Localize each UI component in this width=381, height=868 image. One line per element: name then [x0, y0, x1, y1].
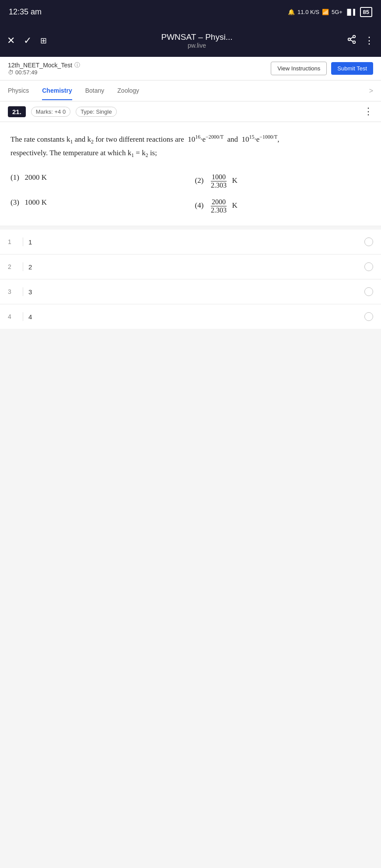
status-time: 12:35 am	[9, 7, 42, 17]
option-2-fraction: 1000 2.303	[210, 173, 227, 189]
radio-2[interactable]	[364, 262, 373, 271]
test-timer: ⏱ 00:57:49	[8, 69, 80, 76]
type-badge: Type: Single	[76, 107, 117, 117]
info-icon: ⓘ	[74, 61, 80, 69]
answer-options: 1 1 2 2 3 3 4 4	[0, 230, 381, 329]
answer-option-row-1[interactable]: 1 1	[0, 230, 381, 254]
bottom-area	[0, 329, 381, 722]
option-4-denominator: 2.303	[210, 206, 227, 214]
option-2-numerator: 1000	[211, 173, 227, 181]
question-header: 21. Marks: +4 0 Type: Single ⋮	[0, 101, 381, 122]
option-2: (2) 1000 2.303 K	[195, 169, 371, 194]
radio-3[interactable]	[364, 287, 373, 296]
subject-tabs: Physics Chemistry Botany Zoology >	[0, 80, 381, 101]
answer-option-row-3[interactable]: 3 3	[0, 279, 381, 304]
test-name: 12th_NEET_Mock_Test ⓘ	[8, 61, 80, 69]
option-3: (3) 1000 K	[10, 194, 186, 219]
svg-line-4	[350, 37, 353, 39]
option-3-value: 1000 K	[25, 198, 47, 206]
question-number: 21.	[8, 106, 26, 117]
svg-point-2	[353, 41, 356, 44]
signal-bars-icon: ▐▌▌	[345, 9, 357, 15]
view-instructions-button[interactable]: View Instructions	[271, 62, 327, 75]
nav-bar: ✕ ✓ ⊞ PWNSAT – Physi... pw.live ⋮	[0, 24, 381, 57]
option-4-label: (4)	[195, 202, 207, 210]
nav-right-icons: ⋮	[347, 35, 374, 46]
svg-point-1	[348, 38, 351, 41]
answer-option-row-2[interactable]: 2 2	[0, 254, 381, 279]
option-2-suffix: K	[230, 177, 238, 185]
answer-option-label-1: 1	[28, 238, 364, 246]
marks-badge: Marks: +4 0	[31, 107, 70, 117]
option-divider-3	[23, 287, 23, 296]
answer-option-label-2: 2	[28, 263, 364, 271]
svg-point-0	[353, 35, 356, 38]
answer-option-num-1: 1	[8, 238, 17, 245]
nav-title: PWNSAT – Physi...	[56, 32, 338, 42]
tab-chemistry[interactable]: Chemistry	[42, 82, 72, 100]
network-speed: 11.0 K/S	[297, 9, 319, 15]
option-2-label: (2)	[195, 177, 207, 185]
answer-option-num-4: 4	[8, 313, 17, 320]
more-icon[interactable]: ⋮	[364, 35, 374, 46]
battery-indicator: 85	[360, 7, 372, 17]
timer-icon: ⏱	[8, 69, 14, 76]
answer-option-row-4[interactable]: 4 4	[0, 304, 381, 329]
share-icon[interactable]	[347, 35, 357, 46]
wifi-icon: 📶	[322, 9, 329, 15]
question-content: The rate constants k1 and k2 for two dif…	[0, 122, 381, 226]
test-actions: View Instructions Submit Test	[271, 62, 373, 75]
option-3-label: (3)	[10, 198, 23, 206]
answer-option-label-3: 3	[28, 288, 364, 296]
option-1-value: 2000 K	[25, 173, 47, 181]
question-menu-icon[interactable]: ⋮	[364, 106, 373, 117]
status-icons: 🔔 11.0 K/S 📶 5G+ ▐▌▌ 85	[288, 7, 372, 17]
radio-4[interactable]	[364, 312, 373, 321]
nav-title-block: PWNSAT – Physi... pw.live	[56, 32, 338, 49]
status-bar: 12:35 am 🔔 11.0 K/S 📶 5G+ ▐▌▌ 85	[0, 0, 381, 24]
question-text: The rate constants k1 and k2 for two dif…	[10, 132, 371, 160]
radio-1[interactable]	[364, 237, 373, 246]
close-icon[interactable]: ✕	[7, 35, 15, 46]
option-1-label: (1)	[10, 173, 23, 181]
option-1: (1) 2000 K	[10, 169, 186, 194]
option-4: (4) 2000 2.303 K	[195, 194, 371, 219]
submit-test-button[interactable]: Submit Test	[331, 62, 373, 75]
tab-physics[interactable]: Physics	[8, 82, 29, 100]
tab-botany[interactable]: Botany	[85, 82, 105, 100]
option-divider-4	[23, 312, 23, 321]
nav-subtitle: pw.live	[56, 42, 338, 49]
answer-option-label-4: 4	[28, 313, 364, 321]
signal-label: 5G+	[332, 9, 343, 15]
option-4-fraction: 2000 2.303	[210, 198, 227, 214]
layout-icon[interactable]: ⊞	[40, 36, 47, 45]
svg-line-3	[350, 40, 353, 42]
answer-option-num-2: 2	[8, 263, 17, 270]
option-4-suffix: K	[230, 202, 238, 210]
tabs-next-arrow[interactable]: >	[369, 87, 373, 95]
options-grid: (1) 2000 K (2) 1000 2.303 K (3) 1000 K (…	[10, 169, 371, 219]
test-header: 12th_NEET_Mock_Test ⓘ ⏱ 00:57:49 View In…	[0, 57, 381, 80]
tab-zoology[interactable]: Zoology	[117, 82, 139, 100]
chevron-down-icon[interactable]: ✓	[24, 35, 31, 46]
answer-option-num-3: 3	[8, 288, 17, 295]
option-divider-1	[23, 237, 23, 246]
test-info: 12th_NEET_Mock_Test ⓘ ⏱ 00:57:49	[8, 61, 80, 76]
option-4-numerator: 2000	[211, 198, 227, 206]
option-divider-2	[23, 262, 23, 271]
bell-icon: 🔔	[288, 9, 295, 15]
option-2-denominator: 2.303	[210, 181, 227, 189]
